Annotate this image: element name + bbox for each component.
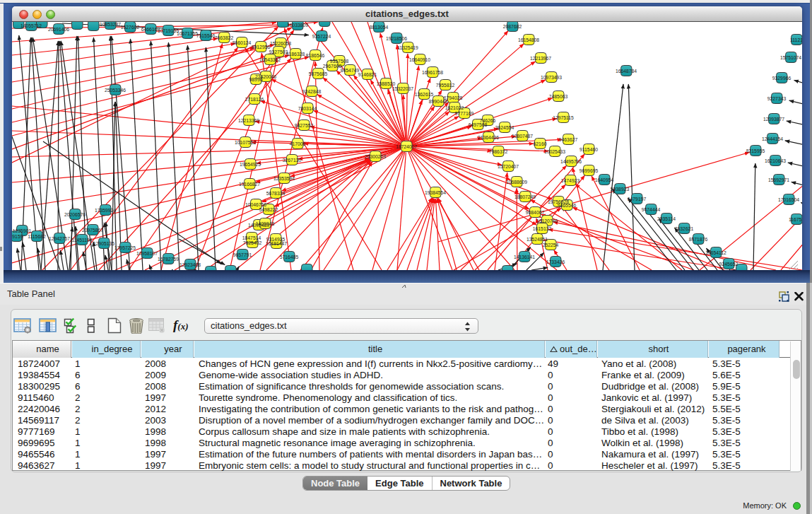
svg-text:2087682: 2087682	[503, 24, 522, 29]
svg-text:9327503: 9327503	[269, 49, 288, 54]
svg-text:10958107: 10958107	[136, 251, 158, 256]
svg-text:15692971: 15692971	[768, 177, 789, 182]
svg-text:16120746: 16120746	[536, 218, 558, 223]
svg-text:5938923: 5938923	[611, 187, 630, 192]
svg-text:18724007: 18724007	[396, 144, 417, 149]
svg-text:1474923: 1474923	[561, 178, 580, 183]
svg-text:16782759: 16782759	[158, 257, 179, 262]
svg-text:417006: 417006	[290, 141, 306, 146]
svg-text:16961758: 16961758	[422, 70, 443, 75]
svg-text:8912956: 8912956	[252, 45, 271, 49]
svg-text:11325419: 11325419	[397, 45, 418, 50]
svg-text:7625402: 7625402	[243, 240, 262, 245]
svg-text:16648784: 16648784	[616, 69, 637, 74]
svg-text:19166827: 19166827	[239, 182, 260, 187]
svg-text:252254: 252254	[543, 243, 559, 247]
svg-text:19218506: 19218506	[386, 36, 407, 41]
svg-text:1235901: 1235901	[13, 228, 32, 233]
svg-text:17359924: 17359924	[95, 208, 116, 213]
svg-text:20691406: 20691406	[48, 27, 69, 32]
svg-text:10973493: 10973493	[541, 75, 562, 80]
svg-text:6794028: 6794028	[444, 95, 463, 100]
svg-text:12975115: 12975115	[553, 115, 574, 120]
svg-text:9474444: 9474444	[642, 207, 661, 212]
svg-text:9245652: 9245652	[719, 262, 739, 267]
svg-text:20206576: 20206576	[64, 212, 86, 217]
svg-text:1588520: 1588520	[377, 81, 396, 86]
svg-text:12213369: 12213369	[238, 118, 259, 123]
svg-text:18807249: 18807249	[514, 194, 536, 199]
svg-text:10807487: 10807487	[512, 134, 533, 139]
svg-text:7663822: 7663822	[215, 35, 234, 40]
svg-text:10046756: 10046756	[245, 202, 266, 207]
svg-text:8186546: 8186546	[306, 53, 325, 58]
svg-text:8660124: 8660124	[233, 40, 252, 45]
svg-text:17957225: 17957225	[114, 245, 136, 250]
svg-text:16543362: 16543362	[259, 57, 281, 62]
svg-text:3624554: 3624554	[495, 125, 514, 130]
svg-text:1115682: 1115682	[28, 234, 46, 239]
svg-text:15751074: 15751074	[780, 55, 801, 60]
svg-text:21364436: 21364436	[478, 135, 499, 140]
svg-text:16210643: 16210643	[765, 158, 786, 163]
svg-text:15226058: 15226058	[270, 41, 291, 46]
svg-text:5716485: 5716485	[280, 255, 299, 259]
svg-text:9242848: 9242848	[302, 89, 322, 94]
svg-text:10671355: 10671355	[177, 31, 198, 36]
svg-text:7986372: 7986372	[489, 149, 508, 154]
svg-text:9777169: 9777169	[455, 111, 474, 116]
svg-text:10025433: 10025433	[544, 149, 565, 154]
svg-text:25053346: 25053346	[105, 88, 126, 93]
svg-text:2967608: 2967608	[323, 64, 342, 69]
svg-text:12444154: 12444154	[762, 136, 783, 141]
svg-text:39159: 39159	[12, 234, 23, 239]
svg-text:12923468: 12923468	[180, 262, 201, 267]
svg-text:5875685: 5875685	[309, 71, 328, 76]
svg-text:7485063: 7485063	[549, 94, 568, 99]
svg-text:19654925: 19654925	[240, 162, 261, 167]
svg-text:9463627: 9463627	[559, 137, 578, 142]
svg-text:2935114: 2935114	[657, 216, 676, 221]
svg-text:16191447: 16191447	[266, 241, 287, 246]
svg-text:15720407: 15720407	[498, 164, 519, 169]
svg-text:9357508: 9357508	[330, 59, 349, 64]
svg-text:7632621: 7632621	[675, 226, 694, 231]
svg-text:16640910: 16640910	[409, 57, 430, 62]
svg-text:19384554: 19384554	[425, 190, 446, 195]
svg-text:17016504: 17016504	[778, 197, 799, 202]
svg-text:9084067: 9084067	[526, 210, 545, 215]
svg-text:1621022: 1621022	[445, 105, 464, 110]
svg-text:10853287: 10853287	[100, 22, 121, 27]
svg-text:9115460: 9115460	[579, 147, 598, 152]
svg-text:9329966: 9329966	[772, 76, 792, 81]
svg-text:3267130: 3267130	[283, 158, 302, 163]
svg-text:9314925: 9314925	[266, 237, 286, 242]
svg-text:11121: 11121	[790, 37, 802, 42]
svg-text:14136141: 14136141	[514, 255, 535, 259]
svg-text:12213967: 12213967	[530, 56, 551, 61]
svg-text:9146821: 9146821	[358, 72, 377, 77]
svg-text:1527602: 1527602	[121, 25, 140, 30]
svg-text:8215955: 8215955	[746, 148, 765, 153]
svg-text:5678334: 5678334	[266, 191, 286, 196]
svg-text:15322037: 15322037	[392, 86, 413, 91]
svg-text:9657791: 9657791	[233, 252, 252, 257]
svg-text:11451194: 11451194	[71, 238, 92, 243]
svg-text:16033809: 16033809	[287, 23, 308, 28]
svg-text:62160: 62160	[534, 141, 547, 146]
svg-text:9357224: 9357224	[312, 34, 331, 39]
svg-text:1615132: 1615132	[533, 226, 552, 231]
svg-text:2718126: 2718126	[245, 97, 264, 102]
svg-text:5498222: 5498222	[259, 207, 278, 212]
svg-text:7803144: 7803144	[298, 106, 317, 111]
svg-text:13524851: 13524851	[526, 237, 548, 242]
svg-text:8454749: 8454749	[341, 68, 360, 73]
svg-text:9465546: 9465546	[558, 203, 577, 208]
svg-text:1409948: 1409948	[256, 221, 275, 226]
svg-text:16154808: 16154808	[518, 37, 539, 42]
svg-text:9227343: 9227343	[767, 96, 787, 101]
svg-text:7515546: 7515546	[196, 33, 216, 38]
svg-text:1733426: 1733426	[546, 259, 565, 264]
svg-text:7955812: 7955812	[436, 83, 455, 88]
svg-text:8471876: 8471876	[689, 237, 708, 242]
